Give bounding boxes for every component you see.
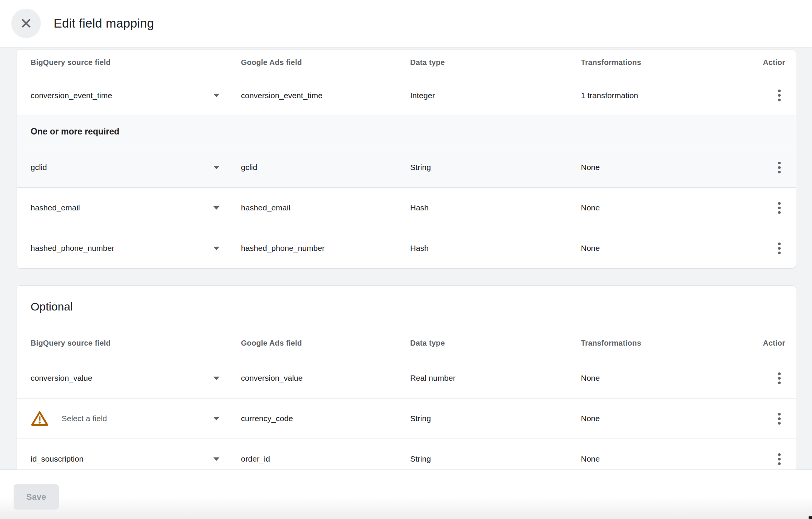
save-button[interactable]: Save (14, 484, 59, 510)
source-field-select[interactable]: gclid (17, 163, 241, 172)
transformations-value: None (581, 414, 751, 423)
transformations-value: 1 transformation (581, 91, 751, 100)
field-mapping-row: conversion_event_time conversion_event_t… (17, 75, 796, 116)
kebab-menu-icon[interactable] (776, 159, 782, 176)
dialog-header: ✕ Edit field mapping (0, 0, 812, 47)
kebab-menu-icon[interactable] (776, 199, 782, 216)
table-header-row: BigQuery source field Google Ads field D… (17, 49, 796, 75)
google-ads-field-value: currency_code (241, 414, 410, 423)
source-field-value: id_souscription (31, 454, 83, 463)
column-header-data-type: Data type (410, 58, 581, 67)
source-field-value: conversion_value (31, 374, 92, 383)
data-type-value: Hash (410, 244, 581, 253)
optional-title-row: Optional (17, 286, 796, 328)
field-mapping-row: conversion_value conversion_value Real n… (17, 358, 796, 398)
google-ads-field-value: conversion_event_time (241, 91, 410, 100)
source-field-select[interactable]: hashed_phone_number (17, 244, 241, 253)
column-header-action: Actior (751, 58, 796, 67)
chevron-down-icon (213, 247, 219, 250)
source-field-value: hashed_email (31, 203, 80, 212)
optional-section-title: Optional (17, 300, 796, 313)
section-header-row: One or more required (17, 116, 796, 147)
column-header-data-type: Data type (410, 339, 581, 348)
footer-action-bar: Save (0, 470, 812, 519)
page-title: Edit field mapping (54, 16, 154, 31)
kebab-menu-icon[interactable] (776, 240, 782, 256)
data-type-value: String (410, 163, 581, 172)
chevron-down-icon (213, 166, 219, 169)
source-field-select[interactable]: hashed_email (17, 203, 241, 212)
google-ads-field-value: order_id (241, 454, 410, 463)
chevron-down-icon (213, 377, 219, 380)
column-header-transformations: Transformations (581, 339, 751, 348)
transformations-value: None (581, 163, 751, 172)
chevron-down-icon (213, 206, 219, 210)
field-mapping-row: hashed_phone_number hashed_phone_number … (17, 228, 796, 268)
google-ads-field-value: conversion_value (241, 374, 410, 383)
field-mapping-row: Select a field currency_code String None (17, 398, 796, 439)
transformations-value: None (581, 374, 751, 383)
required-fields-card: BigQuery source field Google Ads field D… (17, 49, 796, 269)
data-type-value: String (410, 414, 581, 423)
chevron-down-icon (213, 94, 219, 97)
chevron-down-icon (213, 457, 219, 461)
data-type-value: Hash (410, 203, 581, 212)
warning-icon (31, 410, 49, 427)
source-field-value: hashed_phone_number (31, 244, 114, 253)
column-header-action: Actior (751, 339, 796, 348)
screen-corner-artifact (809, 516, 812, 519)
source-field-select[interactable]: id_souscription (17, 454, 241, 463)
source-field-value: gclid (31, 163, 47, 172)
column-header-google-ads-field: Google Ads field (241, 58, 410, 67)
section-label: One or more required (17, 127, 796, 137)
source-field-value: conversion_event_time (31, 91, 112, 100)
kebab-menu-icon[interactable] (776, 370, 782, 386)
transformations-value: None (581, 244, 751, 253)
column-header-bigquery-source-field: BigQuery source field (17, 58, 241, 67)
source-field-select[interactable]: conversion_value (17, 374, 241, 383)
kebab-menu-icon[interactable] (776, 410, 782, 427)
kebab-menu-icon[interactable] (776, 87, 782, 104)
google-ads-field-value: hashed_phone_number (241, 244, 410, 253)
google-ads-field-value: hashed_email (241, 203, 410, 212)
source-field-select[interactable]: conversion_event_time (17, 91, 241, 100)
column-header-transformations: Transformations (581, 58, 751, 67)
data-type-value: Real number (410, 374, 581, 383)
chevron-down-icon (213, 417, 219, 420)
close-icon: ✕ (20, 16, 32, 31)
column-header-bigquery-source-field: BigQuery source field (17, 339, 241, 348)
data-type-value: Integer (410, 91, 581, 100)
table-header-row: BigQuery source field Google Ads field D… (17, 328, 796, 358)
kebab-menu-icon[interactable] (776, 451, 782, 467)
optional-fields-card: Optional BigQuery source field Google Ad… (17, 285, 796, 482)
data-type-value: String (410, 454, 581, 463)
field-mapping-row: gclid gclid String None (17, 147, 796, 187)
transformations-value: None (581, 454, 751, 463)
google-ads-field-value: gclid (241, 163, 410, 172)
source-field-placeholder: Select a field (62, 414, 107, 423)
source-field-select[interactable]: Select a field (17, 410, 241, 427)
field-mapping-row: hashed_email hashed_email Hash None (17, 187, 796, 228)
column-header-google-ads-field: Google Ads field (241, 339, 410, 348)
close-button[interactable]: ✕ (11, 9, 41, 38)
transformations-value: None (581, 203, 751, 212)
